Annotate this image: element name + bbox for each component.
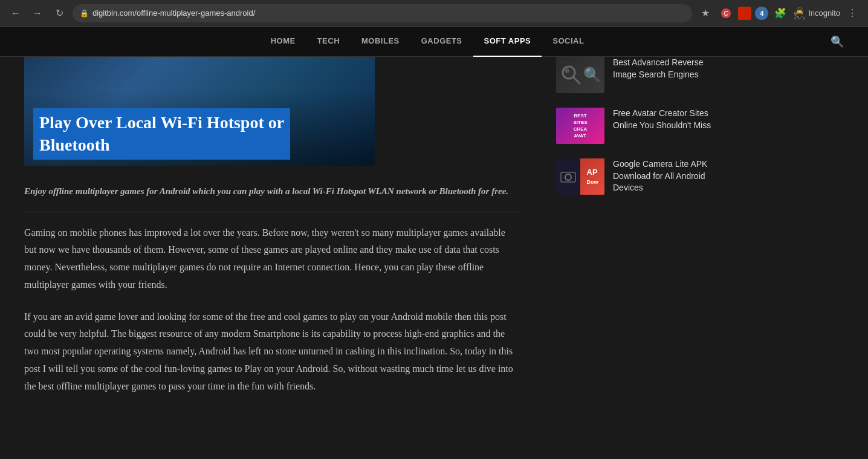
hero-image: Play Over Local Wi-Fi Hotspot or Bluetoo… <box>24 57 375 166</box>
sidebar-item-title-1[interactable]: Best Advanced Reverse Image Search Engin… <box>613 57 725 80</box>
hero-title-line2: Bluetooth <box>39 135 110 154</box>
site-nav: HOME TECH MOBILES GADGETS SOFT APPS SOCI… <box>0 27 868 57</box>
nav-tech[interactable]: TECH <box>306 27 351 57</box>
nav-social[interactable]: SOCIAL <box>542 27 595 57</box>
sidebar-thumb-1 <box>556 57 604 93</box>
svg-point-4 <box>565 68 569 73</box>
sidebar-thumb-avatar: BESTSITESCREAAVAT. <box>556 108 604 144</box>
sidebar-item-3: APDow Google Camera Lite APK Download fo… <box>556 158 725 195</box>
nav-mobiles[interactable]: MOBILES <box>351 27 410 57</box>
url-text: digitbin.com/offline-multiplayer-games-a… <box>92 8 685 18</box>
divider <box>24 212 520 212</box>
svg-line-3 <box>573 77 580 83</box>
address-bar[interactable]: 🔒 digitbin.com/offline-multiplayer-games… <box>73 4 692 22</box>
chrome-extension-2[interactable] <box>738 7 751 20</box>
avatar-thumb-text: BESTSITESCREAAVAT. <box>573 112 587 140</box>
main-content: Play Over Local Wi-Fi Hotspot or Bluetoo… <box>0 57 544 434</box>
sidebar-thumb-3: APDow <box>556 158 604 195</box>
back-button[interactable]: ← <box>7 5 24 22</box>
incognito-label: Incognito <box>808 8 840 18</box>
chrome-extension-3[interactable]: 4 <box>755 7 768 20</box>
menu-button[interactable]: ⋮ <box>844 5 861 22</box>
sidebar-thumb-search <box>556 57 604 93</box>
sidebar-item-title-3[interactable]: Google Camera Lite APK Download for All … <box>613 158 725 194</box>
sidebar: Best Advanced Reverse Image Search Engin… <box>544 57 737 434</box>
extensions-button[interactable]: 🧩 <box>772 5 789 22</box>
reload-button[interactable]: ↻ <box>51 5 68 22</box>
browser-actions: ★ C 4 🧩 🥷 Incognito ⋮ <box>697 5 861 22</box>
sidebar-item-2: BESTSITESCREAAVAT. Free Avatar Creator S… <box>556 108 725 144</box>
svg-text:C: C <box>724 10 728 17</box>
article-paragraph-2: If you are an avid game lover and lookin… <box>24 308 520 396</box>
article-paragraph-1: Gaming on mobile phones has improved a l… <box>24 224 520 294</box>
sidebar-item-1: Best Advanced Reverse Image Search Engin… <box>556 57 725 93</box>
browser-chrome: ← → ↻ 🔒 digitbin.com/offline-multiplayer… <box>0 0 868 27</box>
article-body: Gaming on mobile phones has improved a l… <box>24 224 520 396</box>
search-icon[interactable]: 🔍 <box>831 35 844 48</box>
sidebar-item-title-2[interactable]: Free Avatar Creator Sites Online You Sho… <box>613 108 725 131</box>
hero-container: Play Over Local Wi-Fi Hotspot or Bluetoo… <box>24 57 520 166</box>
svg-point-6 <box>565 174 571 180</box>
incognito-icon: 🥷 <box>792 7 806 20</box>
sidebar-thumb-camera: APDow <box>556 158 604 195</box>
article-subtitle: Enjoy offline multiplayer games for Andr… <box>24 184 520 200</box>
sidebar-thumb-2: BESTSITESCREAAVAT. <box>556 108 604 144</box>
hero-title-line1: Play Over Local Wi-Fi Hotspot or <box>39 113 284 132</box>
chrome-extension-1[interactable]: C <box>717 5 734 22</box>
incognito-area: 🥷 Incognito <box>792 7 840 20</box>
nav-home[interactable]: HOME <box>260 27 306 57</box>
forward-button[interactable]: → <box>29 5 46 22</box>
page-layout: Play Over Local Wi-Fi Hotspot or Bluetoo… <box>0 57 868 434</box>
hero-title: Play Over Local Wi-Fi Hotspot or Bluetoo… <box>33 108 290 160</box>
lock-icon: 🔒 <box>80 9 89 18</box>
bookmark-button[interactable]: ★ <box>697 5 714 22</box>
nav-soft-apps[interactable]: SOFT APPS <box>473 27 542 57</box>
nav-gadgets[interactable]: GADGETS <box>410 27 473 57</box>
nav-links: HOME TECH MOBILES GADGETS SOFT APPS SOCI… <box>24 27 831 57</box>
